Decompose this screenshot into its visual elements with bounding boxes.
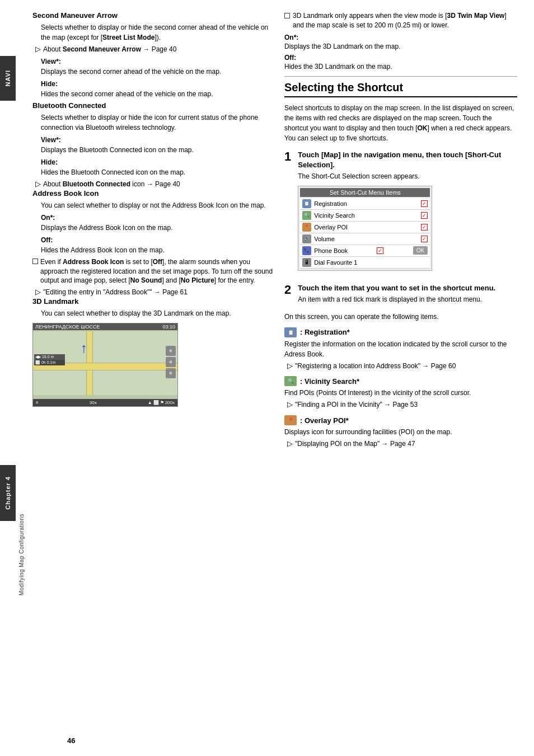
second-maneuver-view: View*: Displays the second corner ahead … xyxy=(41,57,273,77)
section-second-maneuver: Second Maneuver Arrow Selects whether to… xyxy=(32,11,273,99)
ab-ref-text: "Editing the entry in "Address Book"" → … xyxy=(43,288,188,297)
map-right-icons: ⊕ ⊕ ⊕ xyxy=(166,346,176,378)
step-1: 1 Touch [Map] in the navigation menu, th… xyxy=(284,150,517,275)
registration-poi-icon: 📋 xyxy=(284,327,297,337)
shortcut-row-vicinity[interactable]: 🔍 Vicinity Search ✓ xyxy=(300,210,430,222)
chapter-label: Chapter 4 xyxy=(4,476,11,510)
vicinity-ref: ▷ "Finding a POI in the Vicinity" → Page… xyxy=(287,400,517,410)
step-1-sub: The Short-Cut Selection screen appears. xyxy=(298,172,517,181)
view-body: Displays the second corner ahead of the … xyxy=(41,67,273,77)
registration-label: Registration xyxy=(314,200,347,207)
dial-icon-sym: 📱 xyxy=(304,260,310,265)
distance-bar: ◀▶ 19.0 m xyxy=(34,354,65,360)
left-column: Second Maneuver Arrow Selects whether to… xyxy=(32,11,273,745)
poi-icon-sym: 📍 xyxy=(304,224,310,229)
map-icon-c: ⚑ xyxy=(160,400,164,405)
registration-poi-body: Register the information on the location… xyxy=(284,339,517,359)
shortcut-screen: Set Short-Cut Menu Items 📋 Registration … xyxy=(298,186,432,271)
phonebook-label: Phone Book xyxy=(314,247,348,254)
map-icon-a: ▲ xyxy=(148,400,152,405)
arrow-icon: ▷ xyxy=(35,45,41,54)
divider xyxy=(284,76,517,77)
step-2-sub: An item with a red tick mark is displaye… xyxy=(298,295,495,304)
vicinity-icon-sym: 🔍 xyxy=(304,213,310,218)
step-2: 2 Touch the item that you want to set in… xyxy=(284,283,517,304)
note1-text: Even if Address Book Icon is set to [Off… xyxy=(40,257,273,285)
address-book-on: On*: Displays the Address Book Icon on t… xyxy=(41,213,273,233)
hide-label: Hide: xyxy=(41,79,273,89)
map-menu-btn[interactable]: ≡ xyxy=(36,400,39,405)
ab-off-body: Hides the Address Book Icon on the map. xyxy=(41,245,273,255)
shortcut-screen-title: Set Short-Cut Menu Items xyxy=(300,188,430,197)
second-maneuver-ref-text: About Second Maneuver Arrow → Page 40 xyxy=(43,45,176,54)
reg-ref-text: "Registering a location into Address Boo… xyxy=(295,361,456,371)
address-book-off: Off: Hides the Address Book Icon on the … xyxy=(41,235,273,255)
arrow-icon-vic: ▷ xyxy=(287,400,293,410)
3d-off-body: Hides the 3D Landmark on the map. xyxy=(284,62,517,72)
map-icon-3: ⊕ xyxy=(166,368,176,378)
bluetooth-ref: ▷ About Bluetooth Connected icon → Page … xyxy=(35,180,273,189)
3d-checkbox-icon xyxy=(284,13,290,18)
vicinity-poi-label: : Vicinity Search* xyxy=(300,377,359,386)
arrow-icon-ab: ▷ xyxy=(35,288,41,297)
map-time: 03:10 xyxy=(162,324,175,330)
overlay-sym: 📍 xyxy=(288,417,294,423)
dial-label: Dial Favourite 1 xyxy=(314,259,357,266)
vicinity-check: ✓ xyxy=(421,212,428,219)
checkbox-icon xyxy=(32,259,38,264)
step-2-number: 2 xyxy=(284,283,291,297)
second-maneuver-ref: ▷ About Second Maneuver Arrow → Page 40 xyxy=(35,45,273,54)
phonebook-icon: 📞 xyxy=(302,246,311,255)
shortcut-row-phonebook[interactable]: 📞 Phone Book ✓ OK xyxy=(300,245,430,257)
map-bottom-bar: ≡ 30x ▲ ⬜ ⚑ 200x xyxy=(33,399,177,406)
ab-off-label: Off: xyxy=(41,235,273,245)
bt-hide-body: Hides the Bluetooth Connected icon on th… xyxy=(41,167,273,177)
bt-hide-label: Hide: xyxy=(41,157,273,167)
poi-check: ✓ xyxy=(421,224,428,231)
address-book-note1: Even if Address Book Icon is set to [Off… xyxy=(32,257,273,285)
volume-label: Volume xyxy=(314,236,335,242)
shortcut-row-volume[interactable]: 🔊 Volume ✓ xyxy=(300,233,430,245)
hide-body: Hides the second corner ahead of the veh… xyxy=(41,89,273,99)
bt-view-body: Displays the Bluetooth Connected icon on… xyxy=(41,145,273,155)
map-bottom-icons: ▲ ⬜ ⚑ 200x xyxy=(148,400,175,405)
map-screenshot: ЛЕНИНГРАДСКОЕ ШОССЕ 03:10 0:153m ↑ ◀▶ 19… xyxy=(32,323,178,407)
phone-icon-sym: 📞 xyxy=(304,248,310,253)
on-screen-text: On this screen, you can operate the foll… xyxy=(284,312,517,322)
vic-ref-text: "Finding a POI in the Vicinity" → Page 5… xyxy=(295,400,418,410)
3d-note-text: 3D Landmark only appears when the view m… xyxy=(293,11,517,30)
address-book-title: Address Book Icon xyxy=(32,189,273,198)
reg-icon-sym: 📋 xyxy=(304,201,310,206)
poi-overlay-heading: 📍 : Overlay POI* xyxy=(284,415,517,425)
vicinity-label: Vicinity Search xyxy=(314,212,355,219)
page-number: 46 xyxy=(67,736,75,745)
second-maneuver-body: Selects whether to display or hide the s… xyxy=(41,22,273,43)
vicinity-icon: 🔍 xyxy=(302,211,311,220)
map-icon-2: ⊕ xyxy=(166,357,176,367)
navi-label: NAVI xyxy=(4,70,11,86)
vicinity-poi-icon: 🔍 xyxy=(284,376,297,386)
nav-arrow: ↑ xyxy=(81,340,87,356)
second-maneuver-hide: Hide: Hides the second corner ahead of t… xyxy=(41,79,273,99)
registration-icon: 📋 xyxy=(302,199,311,208)
bluetooth-title: Bluetooth Connected xyxy=(32,101,273,110)
3d-landmark-body: You can select whether to display the 3D… xyxy=(41,308,273,318)
shortcut-row-dial[interactable]: 📱 Dial Favourite 1 xyxy=(300,257,430,269)
overlay-poi-body: Displays icon for surrounding facilities… xyxy=(284,427,517,437)
registration-ref: ▷ "Registering a location into Address B… xyxy=(287,361,517,371)
bluetooth-body: Selects whether to display or hide the i… xyxy=(41,112,273,133)
step-2-text: Touch the item that you want to set in t… xyxy=(298,283,495,293)
main-content: Second Maneuver Arrow Selects whether to… xyxy=(27,0,534,756)
view-label: View*: xyxy=(41,57,273,67)
ok-button[interactable]: OK xyxy=(413,246,428,255)
section-3d-landmark: 3D Landmark You can select whether to di… xyxy=(32,297,273,407)
poi-vicinity: 🔍 : Vicinity Search* Find POIs (Points O… xyxy=(284,376,517,410)
poi-overlay: 📍 : Overlay POI* Displays icon for surro… xyxy=(284,415,517,449)
3d-on-body: Displays the 3D Landmark on the map. xyxy=(284,41,517,51)
shortcut-row-poi[interactable]: 📍 Overlay POI ✓ xyxy=(300,222,430,233)
shortcut-row-registration[interactable]: 📋 Registration ✓ xyxy=(300,198,430,210)
map-title-bar: ЛЕНИНГРАДСКОЕ ШОССЕ 03:10 xyxy=(33,323,177,330)
poi-registration-heading: 📋 : Registration* xyxy=(284,327,517,337)
bt-view-label: View*: xyxy=(41,135,273,145)
overlay-ref: ▷ "Displaying POI on the Map" → Page 47 xyxy=(287,439,517,449)
